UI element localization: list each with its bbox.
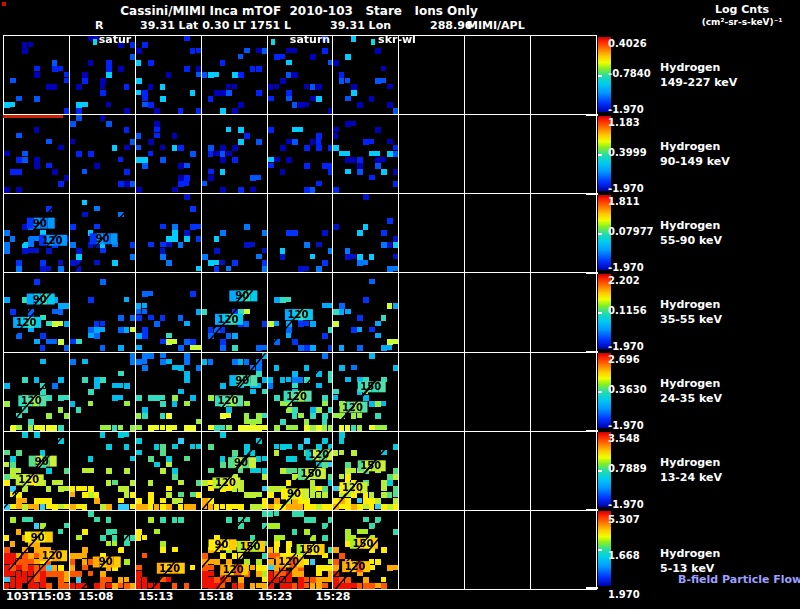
- empty-panel: [465, 273, 530, 351]
- heatmap-panel: [333, 432, 398, 510]
- heatmap-panel: [4, 36, 69, 114]
- event-label-saturn: saturn: [280, 33, 340, 46]
- colorbar-separator: [586, 351, 598, 353]
- empty-panel: [531, 273, 596, 351]
- energy-label: 90-149 keV: [660, 155, 730, 168]
- legend-title: Log Cnts: [692, 3, 792, 16]
- species-label: Hydrogen: [660, 219, 720, 232]
- species-label: Hydrogen: [660, 61, 720, 74]
- colorbar-mid-tick: [598, 233, 602, 235]
- cbar-mid-value: 0.7889: [608, 463, 668, 474]
- panel-canvas: [70, 353, 135, 431]
- colorbar-mid-tick: [598, 549, 602, 551]
- species-label: Hydrogen: [660, 140, 720, 153]
- time-tick-label: 15:23: [255, 590, 295, 603]
- heatmap-panel: [333, 115, 398, 193]
- colorbar-mid-tick: [598, 470, 602, 472]
- empty-panel: [399, 273, 464, 351]
- heatmap-panel: [202, 273, 267, 351]
- panel-canvas: [268, 273, 333, 351]
- heatmap-panel: [4, 432, 69, 510]
- cbar-max-value: 0.4026: [608, 38, 668, 49]
- colorbar-separator: [586, 430, 598, 432]
- panel-canvas: [268, 353, 333, 431]
- cbar-max-value: 3.548: [608, 433, 668, 444]
- heatmap-panel: [136, 432, 201, 510]
- cbar-min-value: -1.970: [608, 341, 668, 352]
- heatmap-panel: [4, 353, 69, 431]
- panel-canvas: [268, 432, 333, 510]
- panel-canvas: [268, 194, 333, 272]
- empty-panel: [465, 353, 530, 431]
- empty-panel: [399, 36, 464, 114]
- empty-panel: [531, 432, 596, 510]
- cbar-mid-value: -0.7840: [608, 68, 668, 79]
- heatmap-panel: [268, 353, 333, 431]
- panel-canvas: [136, 36, 201, 114]
- energy-label: 149-227 keV: [660, 76, 737, 89]
- heatmap-panel: [333, 511, 398, 589]
- panel-canvas: [202, 432, 267, 510]
- heatmap-panel: [4, 511, 69, 589]
- param-values: 39.31 Lat 0.30 LT 1751 L: [140, 19, 291, 32]
- heatmap-panel: [136, 511, 201, 589]
- heatmap-panel: [202, 194, 267, 272]
- heatmap-panel: [268, 194, 333, 272]
- heatmap-panel: [268, 432, 333, 510]
- empty-panel: [531, 353, 596, 431]
- cassini-mimi-plot: Cassini/MIMI Inca mTOF 2010-103 Stare Io…: [0, 0, 800, 609]
- panel-canvas: [70, 194, 135, 272]
- heatmap-panel: [4, 273, 69, 351]
- panel-canvas: [333, 273, 398, 351]
- colorbar-separator: [586, 509, 598, 511]
- species-label: Hydrogen: [660, 377, 720, 390]
- heatmap-panel: [333, 353, 398, 431]
- heatmap-panel: [333, 194, 398, 272]
- empty-panel: [465, 36, 530, 114]
- panel-canvas: [202, 511, 267, 589]
- time-tick-label: 15:18: [196, 590, 236, 603]
- panel-canvas: [333, 511, 398, 589]
- event-tick: [371, 39, 375, 45]
- colorbar-separator: [586, 587, 598, 589]
- cbar-max-value: 2.696: [608, 354, 668, 365]
- cbar-mid-value: 0.07977: [608, 226, 668, 237]
- bfield-flow-label: B-field Particle Flow: [678, 573, 798, 586]
- heatmap-panel: [202, 115, 267, 193]
- panel-canvas: [268, 36, 333, 114]
- panel-canvas: [136, 194, 201, 272]
- panel-canvas: [202, 273, 267, 351]
- energy-label: 35-55 keV: [660, 313, 722, 326]
- panel-canvas: [4, 353, 69, 431]
- panel-canvas: [70, 273, 135, 351]
- panel-canvas: [202, 36, 267, 114]
- plot-title: Cassini/MIMI Inca mTOF 2010-103 Stare Io…: [3, 4, 595, 18]
- species-label: Hydrogen: [660, 547, 720, 560]
- heatmap-panel: [202, 36, 267, 114]
- panel-canvas: [136, 432, 201, 510]
- heatmap-panel: [202, 432, 267, 510]
- empty-panel: [399, 115, 464, 193]
- cbar-max-value: 1.183: [608, 117, 668, 128]
- time-tick-label: 15:13: [136, 590, 176, 603]
- cbar-mid-value: 0.3999: [608, 147, 668, 158]
- panel-canvas: [333, 353, 398, 431]
- panel-grid: [3, 35, 597, 590]
- heatmap-panel: [70, 432, 135, 510]
- panel-canvas: [268, 115, 333, 193]
- panel-canvas: [70, 511, 135, 589]
- energy-label: 13-24 keV: [660, 471, 722, 484]
- heatmap-panel: [70, 511, 135, 589]
- heatmap-panel: [268, 36, 333, 114]
- heatmap-panel: [70, 115, 135, 193]
- event-tick: [93, 39, 97, 45]
- cbar-min-value: 1.970: [608, 589, 668, 600]
- heatmap-panel: [70, 36, 135, 114]
- panel-canvas: [333, 36, 398, 114]
- panel-canvas: [202, 194, 267, 272]
- colorbar-mid-tick: [598, 312, 602, 314]
- empty-panel: [399, 511, 464, 589]
- cbar-mid-value: 1.668: [608, 550, 668, 561]
- heatmap-panel: [136, 194, 201, 272]
- heatmap-panel: [333, 36, 398, 114]
